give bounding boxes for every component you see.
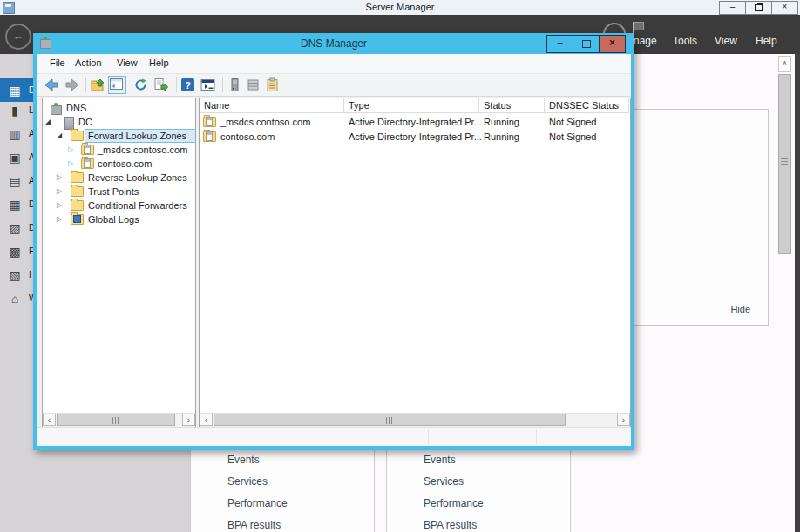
role-building-icon: ▤: [5, 174, 24, 188]
scrollbar-thumb[interactable]: [214, 414, 566, 426]
folder-icon: [71, 131, 84, 141]
zone-row-contoso[interactable]: contoso.com Active Directory-Integrated …: [200, 130, 630, 145]
folder-icon: [71, 172, 84, 183]
local-server-icon: ▮: [5, 104, 24, 118]
column-header-type[interactable]: Type: [344, 98, 479, 113]
zone-row-msdcs[interactable]: _msdcs.contoso.com Active Directory-Inte…: [200, 115, 630, 130]
dns-titlebar[interactable]: DNS Manager – ×: [33, 33, 634, 54]
role-tile-1: Events Services Performance BPA results: [190, 450, 375, 532]
monitor-icon: ⌂: [5, 292, 24, 306]
dns-minimize-button[interactable]: –: [546, 35, 573, 53]
tree-horizontal-scrollbar[interactable]: ‹ ›: [43, 413, 195, 427]
svg-text:?: ?: [185, 80, 191, 91]
server-manager-titlebar: Server Manager – ×: [0, 0, 800, 16]
scrollbar-thumb[interactable]: [57, 414, 175, 426]
server-manager-app-icon: [3, 2, 15, 14]
toolbar-separator: [85, 77, 86, 92]
menu-help[interactable]: Help: [756, 35, 777, 47]
scroll-up-button[interactable]: ∧: [778, 56, 791, 72]
tree-node-reverse-lookup-zones[interactable]: ▷ Reverse Lookup Zones: [43, 171, 195, 185]
dns-toolbar: ?: [37, 74, 631, 97]
tile1-bpa-link[interactable]: BPA results: [227, 519, 281, 531]
tree-node-conditional-forwarders[interactable]: ▷ Conditional Forwarders: [43, 199, 195, 212]
sm-restore-button[interactable]: [745, 1, 772, 15]
tile1-events-link[interactable]: Events: [227, 454, 260, 466]
up-folder-icon[interactable]: [91, 77, 105, 92]
sm-minimize-button[interactable]: –: [719, 1, 746, 15]
notification-flag-button[interactable]: [634, 22, 644, 30]
console-window-icon[interactable]: [200, 77, 215, 92]
hide-link[interactable]: Hide: [730, 304, 750, 314]
expander-collapsed-icon[interactable]: ▷: [57, 199, 62, 212]
export-list-icon[interactable]: [153, 77, 168, 92]
show-tree-icon[interactable]: [108, 76, 126, 94]
dns-menu-view[interactable]: View: [117, 57, 138, 68]
status-bar-divider: [428, 429, 429, 444]
column-header-name[interactable]: Name: [200, 98, 344, 113]
tile2-performance-link[interactable]: Performance: [424, 497, 484, 509]
dns-close-button[interactable]: ×: [599, 35, 626, 53]
server-icon[interactable]: [227, 77, 242, 92]
scroll-left-button[interactable]: ‹: [43, 414, 56, 426]
expander-expanded-icon[interactable]: ◢: [45, 115, 51, 129]
tile2-events-link[interactable]: Events: [424, 454, 456, 466]
tile2-services-link[interactable]: Services: [424, 475, 464, 488]
restore-icon: [755, 4, 763, 11]
tree-node-msdcs-contoso[interactable]: ▷ _msdcs.contoso.com: [43, 143, 195, 157]
tile2-bpa-link[interactable]: BPA results: [424, 519, 477, 531]
dns-menu-help[interactable]: Help: [149, 57, 169, 68]
column-header-status[interactable]: Status: [479, 98, 545, 113]
tree-node-dc[interactable]: ◢ DC: [43, 115, 195, 129]
folder-icon: [71, 200, 84, 211]
column-header-dnssec[interactable]: DNSSEC Status: [545, 98, 629, 113]
back-icon[interactable]: [44, 77, 59, 92]
dns-menu-action[interactable]: Action: [75, 57, 102, 68]
help-icon[interactable]: ?: [180, 77, 195, 92]
back-button[interactable]: ←: [5, 24, 31, 50]
dns-tree-pane: DNS ◢ DC ◢ Forward Lookup Zones ▷ _msdcs…: [42, 98, 196, 428]
tile1-services-link[interactable]: Services: [227, 475, 268, 488]
dns-menubar: File Action View Help: [37, 54, 631, 74]
forward-icon[interactable]: [64, 77, 79, 92]
expander-collapsed-icon[interactable]: ▷: [68, 143, 73, 157]
scroll-right-button[interactable]: ›: [617, 414, 630, 426]
dns-status-bar: [37, 427, 631, 446]
scroll-right-button[interactable]: ›: [182, 414, 195, 426]
dns-list-pane: Name Type Status DNSSEC Status _msdcs.co…: [199, 98, 631, 428]
sidebar-item-dashboard[interactable]: ▦ D: [0, 78, 33, 102]
database-icon[interactable]: [246, 77, 261, 92]
menu-view[interactable]: View: [715, 35, 737, 47]
scrollbar-grip-icon: [112, 417, 119, 424]
dns-server-icon: [51, 105, 62, 115]
server-manager-title: Server Manager: [0, 0, 800, 15]
desktop: Server Manager – × ← nage Tools View Hel…: [0, 0, 800, 532]
maximize-icon: [582, 40, 591, 48]
scroll-left-button[interactable]: ‹: [200, 414, 213, 426]
expander-collapsed-icon[interactable]: ▷: [68, 157, 73, 171]
clipboard-icon[interactable]: [265, 77, 280, 92]
scrollbar-grip-icon: [781, 158, 788, 165]
role-tools-icon: ▦: [5, 198, 24, 212]
tree-node-contoso[interactable]: ▷ contoso.com: [43, 157, 195, 171]
refresh-icon[interactable]: [133, 77, 148, 92]
dns-menu-file[interactable]: File: [50, 57, 65, 68]
expander-collapsed-icon[interactable]: ▷: [57, 212, 62, 226]
sm-close-button[interactable]: ×: [771, 1, 798, 15]
list-horizontal-scrollbar[interactable]: ‹ ›: [200, 413, 630, 427]
menu-manage[interactable]: nage: [634, 35, 657, 47]
role-badge-icon: ▣: [5, 151, 24, 165]
sidebar-label-8: I: [29, 270, 31, 279]
expander-expanded-icon[interactable]: ◢: [57, 129, 62, 143]
tile1-performance-link[interactable]: Performance: [227, 497, 288, 509]
dns-window-title: DNS Manager: [33, 33, 634, 54]
tree-node-dns[interactable]: DNS: [43, 101, 195, 115]
tree-node-trust-points[interactable]: ▷ Trust Points: [43, 185, 195, 199]
expander-collapsed-icon[interactable]: ▷: [57, 171, 62, 185]
all-servers-icon: ▥: [5, 127, 24, 141]
menu-tools[interactable]: Tools: [673, 35, 697, 47]
dns-maximize-button[interactable]: [573, 35, 600, 53]
expander-collapsed-icon[interactable]: ▷: [57, 185, 62, 199]
tree-node-global-logs[interactable]: ▷ Global Logs: [43, 212, 195, 226]
vertical-scrollbar-thumb[interactable]: [778, 74, 791, 254]
tree-node-forward-lookup-zones[interactable]: ◢ Forward Lookup Zones: [43, 129, 195, 143]
